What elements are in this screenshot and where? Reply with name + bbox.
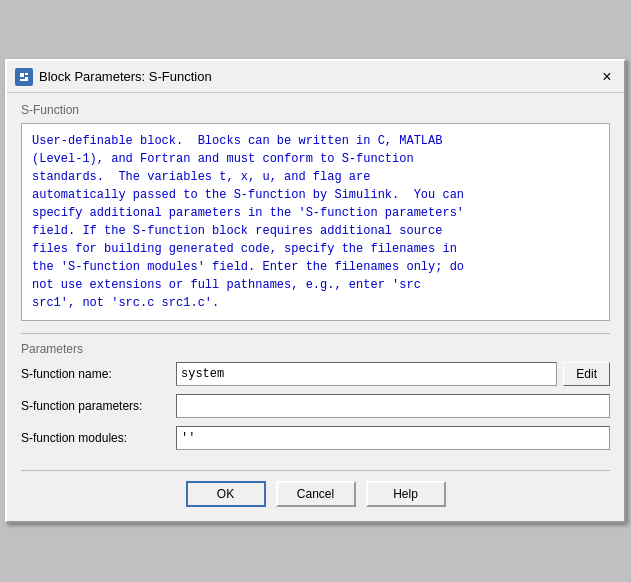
svg-rect-4 [20,79,28,81]
divider-1 [21,333,610,334]
parameters-section: Parameters S-function name: Edit S-funct… [21,342,610,450]
svg-rect-1 [20,73,24,77]
ok-button[interactable]: OK [186,481,266,507]
parameters-label: Parameters [21,342,610,356]
sfunc-modules-input[interactable] [176,426,610,450]
dialog-title: Block Parameters: S-Function [39,69,212,84]
sfunc-params-label: S-function parameters: [21,399,176,413]
svg-rect-3 [25,77,28,79]
dialog-window: Block Parameters: S-Function × S-Functio… [5,59,626,523]
sfunc-name-row: S-function name: Edit [21,362,610,386]
sfunc-params-input-wrapper [176,394,610,418]
sfunc-params-row: S-function parameters: [21,394,610,418]
sfunc-name-input-wrapper: Edit [176,362,610,386]
sfunc-section-label: S-Function [21,103,610,117]
sfunc-name-input[interactable] [176,362,557,386]
help-button[interactable]: Help [366,481,446,507]
button-row: OK Cancel Help [7,471,624,521]
sfunc-modules-input-wrapper [176,426,610,450]
description-box: User-definable block. Blocks can be writ… [21,123,610,321]
sfunc-modules-row: S-function modules: [21,426,610,450]
sfunc-modules-label: S-function modules: [21,431,176,445]
sfunc-name-label: S-function name: [21,367,176,381]
dialog-icon [15,68,33,86]
title-bar: Block Parameters: S-Function × [7,61,624,93]
edit-button[interactable]: Edit [563,362,610,386]
cancel-button[interactable]: Cancel [276,481,356,507]
dialog-content: S-Function User-definable block. Blocks … [7,93,624,470]
svg-rect-2 [25,73,28,75]
title-bar-left: Block Parameters: S-Function [15,68,212,86]
description-text: User-definable block. Blocks can be writ… [32,134,464,310]
close-button[interactable]: × [598,68,616,86]
sfunc-params-input[interactable] [176,394,610,418]
